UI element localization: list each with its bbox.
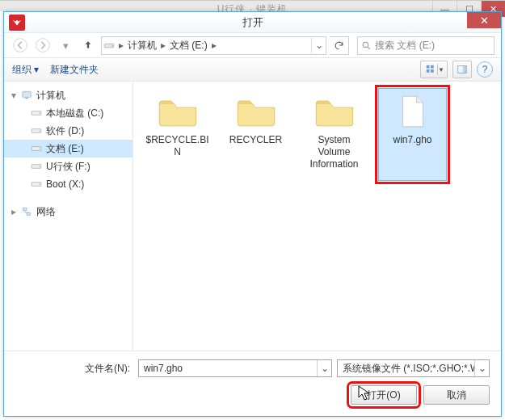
svg-rect-12	[25, 98, 28, 99]
breadcrumb-dropdown[interactable]: ⌄	[311, 37, 326, 54]
file-label: RECYCLER	[228, 134, 284, 146]
breadcrumb-field[interactable]: ▸ 计算机 ▸ 文档 (E:) ▸ ⌄	[101, 36, 326, 55]
preview-pane-button[interactable]	[452, 61, 472, 78]
drive-icon	[30, 142, 43, 155]
address-bar: ▾ ▸ 计算机 ▸ 文档 (E:) ▸ ⌄ 搜索 文档 (E:)	[4, 33, 501, 57]
tree-node-drive[interactable]: U行侠 (F:)	[4, 158, 133, 175]
file-label: System Volume Information	[301, 134, 368, 170]
tree-label: 本地磁盘 (C:)	[46, 107, 103, 120]
app-icon	[9, 15, 25, 31]
folder-icon	[312, 92, 357, 131]
svg-rect-24	[27, 212, 31, 216]
drive-icon	[30, 178, 43, 191]
breadcrumb-folder[interactable]: 文档 (E:)	[168, 39, 209, 52]
tree-node-computer[interactable]: ▾ 计算机	[4, 86, 133, 104]
collapse-icon: ▾	[11, 90, 17, 101]
file-list-pane[interactable]: $RECYCLE.BIN RECYCLER System Volume Info…	[133, 82, 501, 351]
file-item-folder[interactable]: $RECYCLE.BIN	[143, 88, 212, 181]
filename-label: 文件名(N):	[15, 362, 133, 376]
search-icon	[361, 40, 372, 51]
search-input[interactable]: 搜索 文档 (E:)	[357, 36, 494, 55]
tree-label: 文档 (E:)	[46, 142, 84, 156]
svg-rect-8	[431, 69, 434, 73]
nav-up-button[interactable]	[78, 36, 98, 55]
view-mode-button[interactable]: ▼	[420, 61, 448, 78]
filename-value: win7.gho	[139, 363, 317, 374]
chevron-down-icon: ⌄	[317, 360, 331, 376]
tree-node-drive-selected[interactable]: 文档 (E:)	[4, 140, 133, 158]
chevron-right-icon: ▸	[158, 40, 168, 51]
svg-point-3	[112, 45, 113, 46]
tree-label: U行侠 (F:)	[46, 160, 90, 174]
tree-label: Boot (X:)	[46, 178, 84, 190]
svg-rect-23	[23, 208, 27, 211]
help-button[interactable]: ?	[477, 61, 493, 78]
drive-icon	[30, 107, 43, 120]
chevron-right-icon: ▸	[116, 40, 126, 51]
tree-label: 软件 (D:)	[46, 124, 84, 138]
tree-node-drive[interactable]: 软件 (D:)	[4, 122, 133, 140]
network-icon	[20, 205, 33, 218]
svg-point-18	[40, 148, 40, 149]
computer-icon	[20, 89, 33, 102]
dialog-title: 打开	[242, 15, 263, 30]
new-folder-button[interactable]: 新建文件夹	[50, 63, 99, 77]
tree-node-drive[interactable]: 本地磁盘 (C:)	[4, 104, 133, 122]
open-file-dialog: 打开 ✕ ▾ ▸ 计算机 ▸ 文档 (E:) ▸ ⌄	[3, 11, 502, 417]
drive-icon	[102, 40, 116, 50]
toolbar: 组织 ▾ 新建文件夹 ▼ ?	[4, 57, 501, 82]
svg-rect-11	[23, 91, 32, 97]
organize-menu[interactable]: 组织 ▾	[12, 63, 39, 77]
dialog-titlebar: 打开 ✕	[4, 12, 501, 33]
svg-point-4	[363, 42, 368, 48]
tree-label: 计算机	[36, 89, 65, 103]
svg-point-20	[40, 166, 40, 166]
filename-combo[interactable]: win7.gho ⌄	[138, 359, 332, 377]
svg-rect-7	[427, 69, 430, 73]
open-button[interactable]: 打开(O)	[351, 385, 417, 405]
svg-point-1	[36, 39, 50, 52]
chevron-right-icon: ▸	[209, 40, 219, 51]
nav-forward-button[interactable]	[33, 36, 53, 55]
file-icon	[390, 92, 436, 131]
drive-icon	[30, 160, 43, 173]
search-placeholder: 搜索 文档 (E:)	[375, 39, 435, 52]
folder-icon	[234, 92, 279, 131]
tree-node-network[interactable]: ▸ 网络	[4, 203, 133, 220]
file-item-folder[interactable]: RECYCLER	[221, 88, 290, 181]
tree-label: 网络	[36, 205, 56, 219]
tree-node-drive[interactable]: Boot (X:)	[4, 175, 133, 193]
svg-point-16	[40, 130, 40, 131]
nav-recent-dropdown[interactable]: ▾	[56, 36, 75, 55]
svg-point-0	[14, 39, 27, 52]
cancel-button[interactable]: 取消	[423, 385, 490, 405]
refresh-button[interactable]	[330, 36, 349, 55]
svg-point-22	[40, 183, 40, 184]
file-item-folder[interactable]: System Volume Information	[300, 88, 368, 181]
dialog-footer: 文件名(N): win7.gho ⌄ 系统镜像文件 (*.ISO;*.GHO;*…	[4, 351, 501, 416]
file-label: win7.gho	[391, 134, 433, 146]
drive-icon	[30, 124, 43, 137]
file-label: $RECYCLE.BIN	[144, 134, 211, 158]
svg-rect-10	[463, 66, 467, 74]
background-window: U行侠 · 键装机 — ☐ ✕	[0, 0, 505, 11]
expand-icon: ▸	[11, 206, 17, 217]
navigation-pane: ▾ 计算机 本地磁盘 (C:) 软件 (D:) 文档 (E:) U行侠 (F:)	[4, 82, 133, 351]
svg-rect-6	[431, 65, 434, 69]
svg-rect-5	[427, 65, 430, 69]
file-type-filter[interactable]: 系统镜像文件 (*.ISO;*.GHO;*.W ⌄	[337, 359, 490, 377]
svg-point-14	[40, 112, 40, 113]
file-item-selected[interactable]: win7.gho	[378, 88, 447, 181]
filter-value: 系统镜像文件 (*.ISO;*.GHO;*.W	[338, 362, 474, 376]
folder-icon	[155, 92, 200, 131]
breadcrumb-root[interactable]: 计算机	[126, 39, 158, 52]
chevron-down-icon: ⌄	[474, 360, 489, 376]
nav-back-button[interactable]	[11, 36, 30, 55]
dialog-close-button[interactable]: ✕	[467, 12, 501, 28]
